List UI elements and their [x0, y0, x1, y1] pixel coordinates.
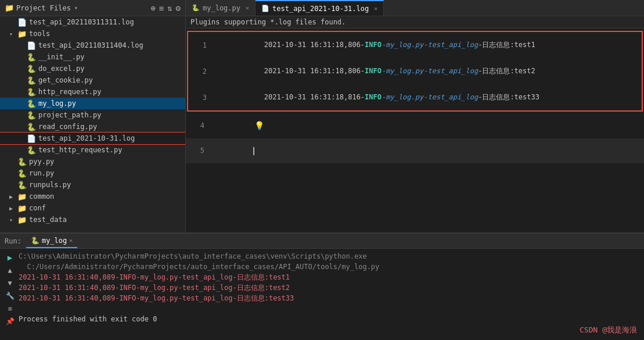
py-icon-run: 🐍 — [17, 169, 27, 178]
editor-line-1: 1 2021-10-31 16:31:18,806-INFO-my_log.py… — [188, 32, 642, 58]
py-icon-project-path: 🐍 — [27, 111, 36, 120]
py-icon-do-excel: 🐍 — [27, 65, 36, 73]
run-tab-label: my_log — [42, 237, 67, 245]
tab-test-api-log-label: test_api_2021-10-31.log — [272, 5, 369, 13]
tree-item-test404[interactable]: 📄 test_api_202110311404.log — [0, 40, 185, 51]
close-run-tab[interactable]: ✕ — [69, 237, 73, 244]
tree-item-do-excel[interactable]: 🐍 do_excel.py — [0, 63, 185, 74]
chevron-down-icon[interactable]: ▾ — [74, 5, 78, 11]
tree-arrow-tools: ▾ — [9, 31, 17, 37]
py-file-icon: 🐍 — [192, 4, 200, 12]
line-number-3: 3 — [190, 94, 207, 102]
close-tab-log[interactable]: ✕ — [374, 5, 377, 12]
tree-arrow-test-data: ▾ — [9, 217, 17, 223]
run-output-area: ▶ ▲ ▼ 🔧 ≡ 📌 C:\Users\Administrator\Pycha… — [0, 249, 644, 340]
project-files-header: 📁 Project Files ▾ ⊕ ≡ ⇅ ⚙ — [0, 0, 186, 16]
collapse-icon[interactable]: ≡ — [159, 3, 164, 13]
tree-arrow-common: ▶ — [9, 194, 17, 200]
py-icon-init: 🐍 — [27, 53, 36, 62]
new-file-icon[interactable]: ⊕ — [150, 3, 155, 13]
tree-item-test-api-log-highlighted[interactable]: 📄 test_api_2021-10-31.log — [0, 133, 185, 144]
run-pin-button[interactable]: 📌 — [5, 316, 15, 327]
tree-item-project-path[interactable]: 🐍 project_path.py — [0, 109, 185, 121]
run-label: Run: — [5, 237, 21, 245]
line-number-2: 2 — [190, 67, 207, 76]
py-icon-http: 🐍 — [27, 88, 36, 96]
editor-line-5[interactable]: 5 — [186, 138, 644, 163]
run-output-line-6: Process finished with exit code 0 — [19, 314, 639, 324]
tree-item-http-request[interactable]: 🐍 http_request.py — [0, 86, 185, 98]
tree-item-common[interactable]: ▶ 📁 common — [0, 191, 185, 202]
log-icon-0: 📄 — [17, 18, 27, 27]
run-play-button[interactable]: ▶ — [5, 252, 15, 263]
folder-icon-tools: 📁 — [17, 30, 27, 38]
header-icons: ⊕ ≡ ⇅ ⚙ — [150, 3, 181, 13]
run-down-button[interactable]: ▼ — [5, 278, 15, 288]
notification-bar: Plugins supporting *.log files found. — [186, 16, 644, 28]
editor-line-2: 2 2021-10-31 16:31:18,806-INFO-my_log.py… — [188, 58, 642, 84]
tree-item-my-log[interactable]: 🐍 my_log.py — [0, 98, 185, 109]
editor-content[interactable]: 1 2021-10-31 16:31:18,806-INFO-my_log.py… — [186, 28, 644, 232]
tree-item-get-cookie[interactable]: 🐍 get_cookie.py — [0, 74, 185, 86]
tree-item-tools[interactable]: ▾ 📁 tools — [0, 28, 185, 40]
editor-area: Plugins supporting *.log files found. 1 … — [186, 16, 644, 232]
run-tab-icon: 🐍 — [31, 237, 39, 245]
editor-line-3: 3 2021-10-31 16:31:18,816-INFO-my_log.py… — [188, 84, 642, 110]
tree-item-0[interactable]: 📄 test_api_202110311311.log — [0, 16, 185, 28]
tab-test-api-log[interactable]: 📄 test_api_2021-10-31.log ✕ — [256, 0, 384, 16]
folder-icon-conf: 📁 — [17, 204, 27, 213]
run-tab-bar: Run: 🐍 my_log ✕ — [0, 234, 644, 249]
run-list-button[interactable]: ≡ — [5, 303, 15, 314]
run-output-line-3: 2021-10-31 16:31:40,089-INFO-my_log.py-t… — [19, 282, 639, 293]
run-output-line-1: C:/Users/Administrator/PycharmProjects/a… — [19, 262, 639, 272]
bottom-panel: Run: 🐍 my_log ✕ ▶ ▲ ▼ 🔧 ≡ 📌 C:\Users\Adm… — [0, 232, 644, 340]
tab-my-log-py[interactable]: 🐍 my_log.py ✕ — [186, 0, 256, 16]
main-area: 📄 test_api_202110311311.log ▾ 📁 tools 📄 … — [0, 16, 644, 232]
line-content-2: 2021-10-31 16:31:18,806-INFO-my_log.py-t… — [214, 58, 639, 84]
run-tab-my-log[interactable]: 🐍 my_log ✕ — [26, 234, 77, 248]
settings-icon[interactable]: ⚙ — [176, 3, 181, 13]
py-icon-read-config: 🐍 — [27, 123, 36, 131]
run-up-button[interactable]: ▲ — [5, 265, 15, 275]
cursor — [253, 147, 254, 155]
py-icon-test-http: 🐍 — [27, 146, 36, 155]
tree-item-runpuls[interactable]: 🐍 runpuls.py — [0, 179, 185, 191]
tab-my-log-label: my_log.py — [203, 4, 240, 12]
run-output-line-2: 2021-10-31 16:31:40,089-INFO-my_log.py-t… — [19, 272, 639, 282]
py-icon-my-log: 🐍 — [27, 99, 36, 108]
log-icon-test-api: 📄 — [27, 134, 36, 143]
tree-item-test-http[interactable]: 🐍 test_http_request.py — [0, 144, 185, 156]
top-bar: 📁 Project Files ▾ ⊕ ≡ ⇅ ⚙ 🐍 my_log.py ✕ … — [0, 0, 644, 16]
run-output-line-5 — [19, 303, 639, 314]
py-icon-get-cookie: 🐍 — [27, 76, 36, 85]
line-content-3: 2021-10-31 16:31:18,816-INFO-my_log.py-t… — [214, 84, 639, 110]
close-tab-my-log[interactable]: ✕ — [246, 5, 249, 11]
highlighted-block: 1 2021-10-31 16:31:18,806-INFO-my_log.py… — [187, 31, 643, 112]
tree-item-init[interactable]: 🐍 __init__.py — [0, 51, 185, 63]
tree-item-run[interactable]: 🐍 run.py — [0, 167, 185, 179]
run-output-line-4: 2021-10-31 16:31:40,089-INFO-my_log.py-t… — [19, 293, 639, 303]
line-content-1: 2021-10-31 16:31:18,806-INFO-my_log.py-t… — [214, 32, 639, 58]
tree-item-read-config[interactable]: 🐍 read_config.py — [0, 121, 185, 133]
tabs-bar: 🐍 my_log.py ✕ 📄 test_api_2021-10-31.log … — [186, 0, 644, 16]
line-number-5: 5 — [188, 146, 204, 155]
line-number-1: 1 — [190, 41, 207, 49]
py-icon-pyy: 🐍 — [17, 158, 27, 166]
tree-arrow-conf: ▶ — [9, 205, 17, 212]
tree-item-test-data[interactable]: ▾ 📁 test_data — [0, 214, 185, 226]
file-tree-sidebar: 📄 test_api_202110311311.log ▾ 📁 tools 📄 … — [0, 16, 186, 232]
notification-text: Plugins supporting *.log files found. — [190, 18, 346, 26]
log-file-icon: 📄 — [261, 5, 269, 12]
line-content-5[interactable] — [211, 138, 642, 163]
folder-icon-test-data: 📁 — [17, 216, 27, 224]
line-content-4: 💡 — [211, 113, 642, 138]
tree-item-pyy[interactable]: 🐍 pyy.py — [0, 156, 185, 167]
tree-item-conf[interactable]: ▶ 📁 conf — [0, 202, 185, 214]
expand-icon[interactable]: ⇅ — [167, 3, 172, 13]
run-output: C:\Users\Administrator\PycharmProjects\a… — [19, 251, 639, 338]
bulb-icon: 💡 — [254, 121, 264, 130]
run-controls: ▶ ▲ ▼ 🔧 ≡ 📌 — [5, 251, 15, 338]
folder-icon: 📁 — [5, 3, 14, 12]
editor-line-4: 4 💡 — [186, 113, 644, 138]
run-wrench-button[interactable]: 🔧 — [5, 291, 15, 301]
